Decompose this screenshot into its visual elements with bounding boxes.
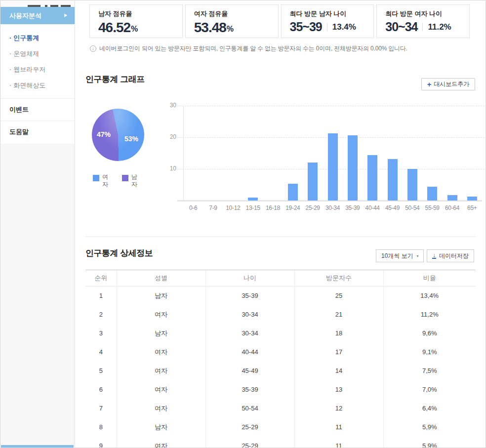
pie-slice-label-male: 47%	[97, 130, 111, 138]
table-row: 1남자35-392513,4%	[85, 286, 476, 305]
graph-section-title: 인구통계 그래프	[85, 74, 145, 85]
sidebar-submenu: ·인구통계·운영체제·웹브라우저·화면해상도	[0, 24, 75, 98]
x-tick-label: 10-12	[222, 204, 244, 211]
notice-row: i 네이버로그인이 되어 있는 방문자만 포함되며, 인구통계를 알 수 없는 …	[90, 44, 407, 53]
page-size-select[interactable]: 10개씩 보기 ▼	[376, 249, 424, 262]
table-row: 5여자45-49147,5%	[85, 362, 476, 380]
legend-label: 여자	[102, 173, 109, 188]
table-header-row: 순위성별나이방문자수비율	[85, 270, 476, 286]
table-cell: 13	[294, 380, 383, 399]
pie-slice-label-female: 53%	[124, 135, 138, 143]
x-tick-label: 7-9	[202, 204, 224, 211]
sidebar-subitem-label: 운영체제	[13, 50, 39, 57]
table-cell: 여자	[117, 399, 205, 418]
stat-value: 46.52	[98, 20, 130, 36]
table-cell: 여자	[117, 380, 205, 399]
bar-40-44	[367, 155, 377, 201]
data-save-button[interactable]: ↓ 데이터저장	[427, 249, 474, 262]
table-cell: 35-39	[205, 380, 294, 399]
stat-box-female-share: 여자 점유율 53.48 %	[185, 4, 279, 38]
table-cell: 25-29	[205, 437, 294, 448]
stat-value: 35~39	[290, 20, 322, 34]
add-dashboard-button[interactable]: + 대시보드추가	[421, 78, 475, 90]
x-tick-label: 30-34	[322, 204, 344, 211]
bullet-icon: ·	[9, 66, 11, 73]
stat-percent: 13.4%	[332, 22, 356, 32]
legend-swatch	[93, 175, 99, 181]
table-cell: 여자	[117, 305, 205, 324]
age-bar-chart: 1020300-67-910-1213-1516-1819-2425-2930-…	[183, 106, 482, 201]
table-cell: 여자	[117, 362, 205, 380]
table-cell: 6,4%	[383, 399, 476, 418]
table-row: 6여자35-39137,0%	[85, 380, 476, 399]
clipped-menu-item[interactable]	[0, 0, 75, 7]
stat-label: 최다 방문 남자 나이	[290, 9, 374, 18]
sidebar-subitem-label: 인구통계	[13, 34, 39, 41]
bar-35-39	[348, 135, 358, 201]
table-row: 4여자40-44179,1%	[85, 343, 476, 362]
arrow-right-icon: ▶	[64, 7, 68, 24]
analytics-page: 사용자분석 ▶ ·인구통계·운영체제·웹브라우저·화면해상도 이벤트 도움말 공…	[0, 0, 486, 448]
y-tick-label: 20	[163, 133, 176, 140]
x-tick-label: 25-29	[302, 204, 324, 211]
legend-label: 남자	[131, 173, 138, 188]
pie-legend: 여자남자	[93, 173, 138, 188]
legend-item-male: 남자	[122, 173, 138, 188]
table-cell: 2	[85, 305, 117, 324]
x-tick-label: 50-54	[402, 204, 423, 211]
sidebar-filler	[0, 144, 74, 445]
bar-65+	[467, 197, 477, 201]
demographics-table: 순위성별나이방문자수비율 1남자35-392513,4%2여자30-342111…	[85, 270, 476, 448]
table-header-cell: 비율	[383, 270, 476, 286]
x-tick-label: 35-39	[342, 204, 364, 211]
bar-55-59	[427, 187, 437, 201]
table-cell: 11	[294, 418, 383, 437]
sidebar-item-user-analysis[interactable]: 사용자분석 ▶	[0, 7, 75, 24]
table-cell: 남자	[117, 324, 205, 343]
table-header-cell: 성별	[117, 270, 205, 286]
y-tick-label: 10	[163, 165, 176, 172]
stat-label: 여자 점유율	[194, 9, 278, 18]
table-cell: 1	[85, 286, 117, 305]
bar-19-24	[288, 184, 298, 201]
x-tick-label: 19-24	[282, 204, 304, 211]
clipped-text-fragment	[61, 5, 71, 7]
sidebar-subitem-3[interactable]: ·화면해상도	[0, 78, 75, 93]
sidebar-item-help[interactable]: 도움말	[0, 121, 75, 143]
table-cell: 17	[294, 343, 383, 362]
x-tick-label: 65+	[461, 204, 483, 211]
table-cell: 21	[294, 305, 383, 324]
stat-strip: 남자 점유율 46.52 % 여자 점유율 53.48 % 최다 방문 남자 나…	[89, 4, 470, 38]
sidebar-bottom-strip	[1, 445, 74, 448]
x-tick-label: 40-44	[362, 204, 383, 211]
notice-text: 네이버로그인이 되어 있는 방문자만 포함되며, 인구통계를 알 수 없는 방문…	[99, 44, 407, 53]
x-tick-label: 60-64	[442, 204, 463, 211]
info-icon: i	[90, 45, 96, 52]
bullet-icon: ·	[9, 34, 11, 41]
y-axis-line	[183, 106, 184, 201]
sidebar-subitem-1[interactable]: ·운영체제	[0, 46, 75, 62]
clipped-text-fragment	[50, 5, 58, 7]
sidebar-subitem-label: 화면해상도	[13, 81, 45, 89]
sidebar-active-label: 사용자분석	[9, 7, 41, 24]
table-header-cell: 순위	[85, 270, 117, 286]
gridline-30	[177, 106, 486, 106]
y-tick-label: 30	[163, 102, 176, 109]
table-row: 7여자50-54126,4%	[85, 399, 476, 418]
table-cell: 14	[294, 362, 383, 380]
table-cell: 5,9%	[383, 437, 476, 448]
table-cell: 50-54	[205, 399, 294, 418]
bullet-icon: ·	[9, 81, 11, 89]
sidebar-subitem-2[interactable]: ·웹브라우저	[0, 62, 75, 78]
data-save-label: 데이터저장	[439, 252, 469, 260]
table-cell: 5,9%	[383, 418, 476, 437]
stat-value: 30~34	[385, 20, 417, 34]
plus-icon: +	[427, 81, 431, 88]
legend-item-female: 여자	[93, 173, 109, 188]
sidebar-subitem-0[interactable]: ·인구통계	[0, 30, 75, 46]
bar-13-15	[248, 198, 258, 201]
sidebar-item-event[interactable]: 이벤트	[0, 99, 75, 121]
stat-divider	[327, 23, 327, 31]
table-cell: 4	[85, 343, 117, 362]
table-cell: 40-44	[205, 343, 294, 362]
